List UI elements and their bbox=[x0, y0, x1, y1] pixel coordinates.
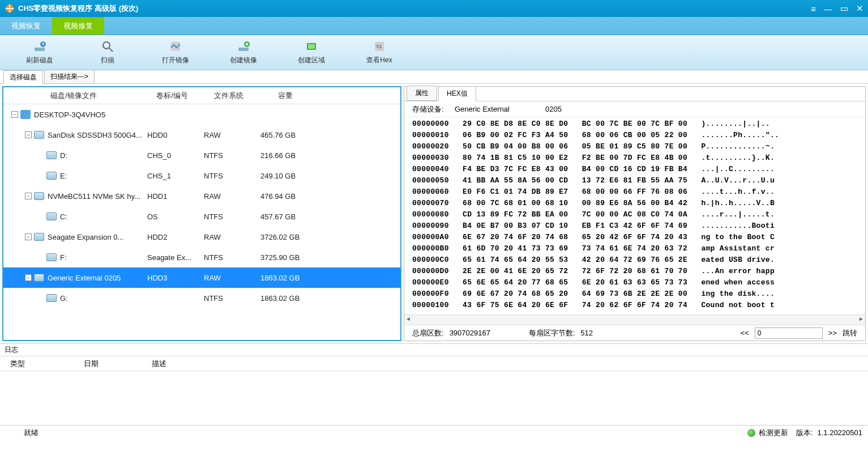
tree-toggle-icon[interactable]: − bbox=[25, 193, 32, 199]
subtab-scan-result[interactable]: 扫描结果---> bbox=[44, 70, 95, 84]
app-title: CHS零壹视频恢复程序 高级版 (按次) bbox=[18, 3, 138, 14]
tab-video-recover[interactable]: 视频恢复 bbox=[0, 17, 52, 35]
hex-horizontal-scrollbar[interactable] bbox=[404, 314, 865, 325]
log-col-type: 类型 bbox=[0, 359, 74, 369]
bytes-per-sector-value: 512 bbox=[580, 329, 637, 337]
col-filesystem: 文件系统 bbox=[200, 91, 257, 101]
bytes-per-sector-label: 每扇区字节数: bbox=[529, 328, 575, 338]
disk-icon bbox=[34, 192, 44, 200]
close-icon[interactable]: ✕ bbox=[856, 3, 863, 14]
svg-point-3 bbox=[103, 42, 110, 49]
refresh-disk-button[interactable]: 刷新磁盘 bbox=[6, 40, 74, 65]
disk-row[interactable]: D: CHS_0 NTFS 216.66 GB bbox=[3, 145, 400, 165]
scan-button[interactable]: 扫描 bbox=[74, 40, 142, 65]
storage-name: Generic External bbox=[455, 105, 545, 113]
tree-toggle-icon[interactable]: − bbox=[25, 274, 32, 281]
disk-icon bbox=[34, 274, 44, 282]
main-tab-strip: 视频恢复 视频修复 bbox=[0, 17, 868, 35]
tab-video-repair[interactable]: 视频修复 bbox=[52, 17, 104, 35]
partition-icon bbox=[46, 294, 57, 302]
svg-rect-1 bbox=[35, 48, 45, 51]
tab-hex[interactable]: HEX值 bbox=[438, 86, 476, 101]
hex-footer: 总扇区数: 3907029167 每扇区字节数: 512 << >> 跳转 bbox=[404, 325, 865, 341]
tree-toggle-icon[interactable]: − bbox=[25, 131, 32, 138]
disk-row[interactable]: C: OS NTFS 457.67 GB bbox=[3, 206, 400, 227]
disk-row[interactable]: G: NTFS 1863.02 GB bbox=[3, 288, 400, 308]
partition-icon bbox=[46, 253, 57, 261]
disk-row[interactable]: −Seagate Expansion 0... HDD2 RAW 3726.02… bbox=[3, 227, 400, 247]
refresh-icon bbox=[33, 40, 46, 53]
svg-rect-9 bbox=[308, 44, 315, 49]
tree-toggle-icon[interactable]: − bbox=[11, 111, 18, 118]
app-logo-icon bbox=[5, 3, 15, 14]
disk-icon bbox=[34, 131, 44, 139]
disk-panel: 磁盘/镜像文件 卷标/编号 文件系统 容量 −DESKTOP-3Q4VHO5 −… bbox=[2, 86, 401, 341]
menu-icon[interactable]: ≡ bbox=[811, 4, 816, 14]
disk-table-body: −DESKTOP-3Q4VHO5 −SanDisk SDSSDH3 500G4.… bbox=[3, 104, 400, 340]
open-image-button[interactable]: 打开镜像 bbox=[142, 40, 209, 65]
storage-device-row: 存储设备: Generic External 0205 bbox=[404, 101, 865, 117]
goto-sector-input[interactable] bbox=[755, 328, 823, 339]
log-title: 日志 bbox=[0, 344, 868, 356]
subtab-select-disk[interactable]: 选择磁盘 bbox=[3, 70, 43, 84]
hex-dump[interactable]: 00000000 29 C0 8E D8 8E C0 8E D0 BC 00 7… bbox=[404, 117, 865, 314]
minimize-icon[interactable]: — bbox=[824, 4, 832, 14]
right-tab-strip: 属性 HEX值 bbox=[404, 87, 865, 101]
svg-text:01: 01 bbox=[377, 44, 382, 49]
partition-icon bbox=[46, 212, 57, 220]
disk-row[interactable]: F: Seagate Ex... NTFS 3725.90 GB bbox=[3, 247, 400, 267]
window-controls: ≡ — ▭ ✕ bbox=[811, 3, 863, 14]
create-area-icon bbox=[305, 40, 318, 53]
log-col-desc: 描述 bbox=[142, 359, 177, 369]
update-status-icon bbox=[747, 429, 755, 437]
tree-toggle-icon[interactable]: − bbox=[25, 233, 32, 240]
storage-id: 0205 bbox=[545, 105, 591, 113]
version-value: 1.1.20220501 bbox=[817, 428, 862, 437]
prev-sector-button[interactable]: << bbox=[741, 329, 749, 337]
disk-icon bbox=[34, 233, 44, 241]
storage-label: 存储设备: bbox=[412, 104, 455, 114]
col-volume: 卷标/编号 bbox=[144, 91, 200, 101]
create-image-button[interactable]: 创建镜像 bbox=[209, 40, 277, 65]
hex-panel: 属性 HEX值 存储设备: Generic External 0205 0000… bbox=[404, 86, 866, 341]
version-label: 版本: bbox=[796, 428, 813, 438]
open-image-icon bbox=[169, 40, 182, 53]
next-sector-button[interactable]: >> bbox=[828, 329, 837, 337]
svg-line-4 bbox=[109, 48, 113, 52]
tab-attributes[interactable]: 属性 bbox=[407, 86, 437, 101]
disk-row[interactable]: E: CHS_1 NTFS 249.10 GB bbox=[3, 165, 400, 186]
partition-icon bbox=[46, 172, 57, 180]
total-sectors-label: 总扇区数: bbox=[412, 328, 444, 338]
svg-rect-6 bbox=[238, 48, 249, 51]
maximize-icon[interactable]: ▭ bbox=[840, 3, 848, 14]
check-update-link[interactable]: 检测更新 bbox=[759, 428, 788, 438]
total-sectors-value: 3907029167 bbox=[450, 329, 523, 337]
status-ready: 就绪 bbox=[6, 428, 57, 438]
log-col-date: 日期 bbox=[74, 359, 142, 369]
goto-button[interactable]: 跳转 bbox=[843, 328, 857, 338]
col-capacity: 容量 bbox=[257, 91, 314, 101]
disk-row[interactable]: −SanDisk SDSSDH3 500G4... HDD0 RAW 465.7… bbox=[3, 125, 400, 145]
view-hex-button[interactable]: 01 查看Hex bbox=[345, 40, 413, 65]
create-image-icon bbox=[237, 40, 250, 53]
scan-icon bbox=[101, 40, 114, 53]
statusbar: 就绪 检测更新 版本: 1.1.20220501 bbox=[0, 425, 868, 440]
partition-icon bbox=[46, 151, 57, 159]
col-disk-name: 磁盘/镜像文件 bbox=[3, 91, 144, 101]
computer-icon bbox=[20, 110, 31, 119]
log-header: 类型 日期 描述 bbox=[0, 356, 868, 371]
disk-row-root[interactable]: −DESKTOP-3Q4VHO5 bbox=[3, 104, 400, 125]
log-section: 日志 类型 日期 描述 bbox=[0, 343, 868, 425]
disk-row[interactable]: −NVMeBC511 NVMe SK hy... HDD1 RAW 476.94… bbox=[3, 186, 400, 206]
toolbar: 刷新磁盘 扫描 打开镜像 创建镜像 创建区域 01 查看Hex bbox=[0, 35, 868, 70]
hex-icon: 01 bbox=[373, 40, 386, 53]
disk-row-selected[interactable]: −Generic External 0205 HDD3 RAW 1863.02 … bbox=[3, 267, 400, 288]
main-split: 磁盘/镜像文件 卷标/编号 文件系统 容量 −DESKTOP-3Q4VHO5 −… bbox=[0, 84, 868, 343]
disk-table-header: 磁盘/镜像文件 卷标/编号 文件系统 容量 bbox=[3, 87, 400, 104]
sub-tab-strip: 选择磁盘 扫描结果---> bbox=[0, 70, 868, 84]
log-body bbox=[0, 371, 868, 425]
titlebar: CHS零壹视频恢复程序 高级版 (按次) ≡ — ▭ ✕ bbox=[0, 0, 868, 17]
create-area-button[interactable]: 创建区域 bbox=[277, 40, 345, 65]
